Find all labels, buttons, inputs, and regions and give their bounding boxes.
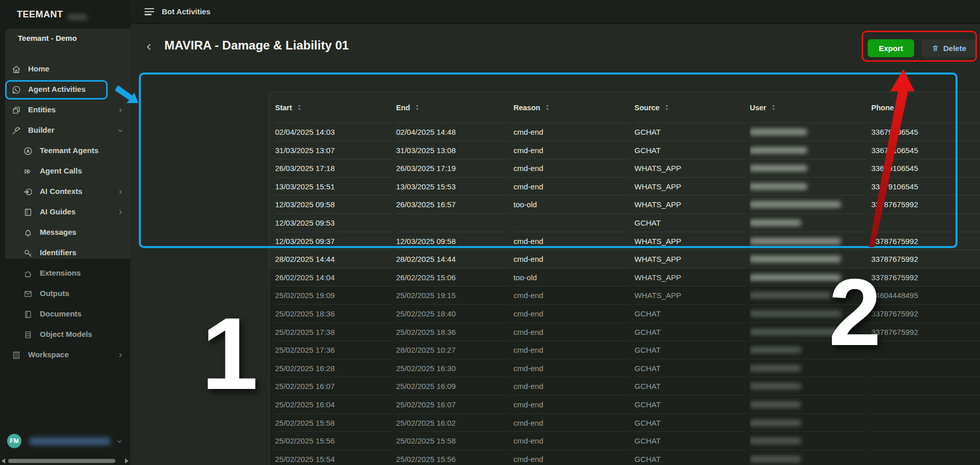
cell-source: WHATS_APP (634, 268, 746, 287)
table-row[interactable]: 26/02/2025 14:0426/02/2025 15:06too-oldW… (270, 268, 980, 287)
column-header-phone[interactable]: Phone (871, 92, 980, 123)
cell-end: 25/02/2025 16:09 (396, 377, 509, 396)
cell-user (750, 323, 867, 341)
scroll-left-arrow[interactable] (2, 458, 5, 463)
sidebar-item-messages[interactable]: Messages (5, 223, 130, 243)
cell-user (750, 305, 867, 323)
column-header-start[interactable]: Start (275, 92, 392, 123)
sidebar-item-object-models[interactable]: Object Models (5, 325, 130, 345)
cell-start: 13/03/2025 15:51 (275, 178, 392, 196)
sidebar-item-label: Messages (40, 228, 77, 236)
cell-start: 25/02/2025 16:07 (275, 377, 392, 396)
table-row[interactable]: 28/02/2025 14:4428/02/2025 14:44cmd-endW… (270, 250, 980, 268)
sidebar-item-label: Identifiers (40, 248, 77, 257)
builder-icon (11, 126, 21, 136)
cell-user (750, 359, 867, 378)
table-row[interactable]: 02/04/2025 14:0302/04/2025 14:48cmd-endG… (270, 123, 980, 141)
column-header-reason[interactable]: Reason (513, 92, 630, 123)
export-button[interactable]: Export (868, 39, 914, 57)
sidebar-item-label: Object Models (40, 330, 92, 338)
app-window: TEEMANT Teemant - Demo HomeAgent Activit… (0, 0, 980, 465)
table-row[interactable]: 31/03/2025 13:0731/03/2025 13:08cmd-endG… (270, 141, 980, 160)
scroll-right-arrow[interactable] (125, 458, 129, 463)
cell-source: GCHAT (634, 432, 746, 450)
sidebar-item-home[interactable]: Home (5, 59, 130, 80)
scrollbar-thumb[interactable] (8, 459, 115, 463)
sidebar-item-workspace[interactable]: Workspace (5, 345, 130, 365)
table-row[interactable]: 25/02/2025 15:5625/02/2025 15:58cmd-endG… (270, 432, 980, 450)
sidebar-horizontal-scrollbar[interactable] (0, 458, 130, 464)
back-button[interactable] (144, 41, 154, 53)
table-row[interactable]: 25/02/2025 16:0725/02/2025 16:09cmd-endG… (270, 377, 980, 396)
sidebar-item-documents[interactable]: Documents (5, 304, 130, 325)
whatsapp-icon (11, 85, 21, 95)
cell-end: 25/02/2025 16:07 (396, 396, 509, 414)
user-redacted (750, 129, 807, 135)
table-row[interactable]: 25/02/2025 19:0925/02/2025 19:15cmd-endW… (270, 286, 980, 305)
column-header-source[interactable]: Source (634, 92, 746, 123)
sidebar-item-builder[interactable]: Builder (5, 120, 130, 141)
table-row[interactable]: 12/03/2025 09:53GCHATmvf@mikevictorfox.c… (270, 214, 980, 232)
cell-user (750, 450, 867, 465)
table-row[interactable]: 26/03/2025 17:1826/03/2025 17:19cmd-endW… (270, 159, 980, 178)
table-row[interactable]: 25/02/2025 16:2825/02/2025 16:30cmd-endG… (270, 359, 980, 378)
sidebar-item-extensions[interactable]: Extensions (5, 263, 130, 284)
table-row[interactable]: 25/02/2025 15:5825/02/2025 16:02cmd-endG… (270, 414, 980, 432)
sidebar-user-menu[interactable]: FM (0, 432, 130, 454)
table-row[interactable]: 25/02/2025 15:5425/02/2025 15:56cmd-endG… (270, 450, 980, 465)
column-header-label: Reason (513, 104, 540, 112)
cell-user (750, 214, 867, 232)
column-header-end[interactable]: End (396, 92, 509, 123)
cell-end: 26/02/2025 15:06 (396, 268, 509, 287)
table-row[interactable]: 13/03/2025 15:5113/03/2025 15:53cmd-endW… (270, 178, 980, 196)
cell-start: 31/03/2025 13:07 (275, 141, 392, 160)
cell-reason: cmd-end (513, 286, 630, 305)
sidebar-item-agent-calls[interactable]: Agent Calls (5, 161, 130, 182)
sidebar-item-label: Extensions (40, 268, 81, 277)
sidebar-item-ai-contexts[interactable]: AI Contexts (5, 182, 130, 202)
chevron-right-icon (117, 352, 124, 359)
column-header-label: Source (634, 104, 659, 112)
agents-icon (23, 146, 33, 156)
table-row[interactable]: 25/02/2025 17:3628/02/2025 10:27cmd-endG… (270, 341, 980, 359)
delete-button[interactable]: Delete (921, 39, 976, 57)
cell-user (750, 414, 867, 432)
outputs-icon (23, 289, 33, 299)
hamburger-menu-icon[interactable] (144, 8, 154, 15)
cell-source: WHATS_APP (634, 178, 746, 196)
sidebar-item-label: Builder (28, 126, 55, 134)
sidebar-item-agent-activities[interactable]: Agent Activities (5, 80, 130, 100)
sidebar-item-ai-guides[interactable]: AI Guides (5, 202, 130, 223)
cell-phone: 33679106545 (871, 159, 980, 178)
cell-user (750, 286, 867, 305)
cell-reason: cmd-end (513, 123, 630, 141)
cell-start: 25/02/2025 16:28 (275, 359, 392, 378)
cell-phone: 33787675992 (871, 323, 980, 341)
sidebar-item-entities[interactable]: Entities (5, 100, 130, 120)
cell-source: GCHAT (634, 359, 746, 378)
sidebar-item-outputs[interactable]: Outputs (5, 284, 130, 304)
logo-redacted-text (68, 14, 87, 20)
cell-source: GCHAT (634, 377, 746, 396)
cell-source: GCHAT (634, 214, 746, 232)
cell-reason: cmd-end (513, 323, 630, 341)
cell-source: WHATS_APP (634, 286, 746, 305)
cell-phone: 33787675992 (871, 250, 980, 268)
cell-phone: 33787675992 (871, 232, 980, 251)
cell-end: 25/02/2025 18:36 (396, 323, 509, 341)
cell-source: WHATS_APP (634, 250, 746, 268)
cell-start: 25/02/2025 15:56 (275, 432, 392, 450)
sidebar-item-teemant-agents[interactable]: Teemant Agents (5, 141, 130, 161)
table-row[interactable]: 25/02/2025 18:3625/02/2025 18:40cmd-endG… (270, 305, 980, 323)
sidebar-item-identifiers[interactable]: Identifiers (5, 243, 130, 263)
cell-start: 25/02/2025 15:54 (275, 450, 392, 465)
column-header-user[interactable]: User (750, 92, 867, 123)
table-row[interactable]: 12/03/2025 09:5826/03/2025 16:57too-oldW… (270, 195, 980, 214)
cell-start: 25/02/2025 17:36 (275, 341, 392, 359)
column-header-label: Start (275, 104, 292, 112)
sort-icon (297, 104, 302, 111)
sidebar-item-label: Home (28, 64, 50, 73)
table-row[interactable]: 25/02/2025 17:3825/02/2025 18:36cmd-endG… (270, 323, 980, 341)
table-row[interactable]: 12/03/2025 09:3712/03/2025 09:58cmd-endW… (270, 232, 980, 251)
table-row[interactable]: 25/02/2025 16:0425/02/2025 16:07cmd-endG… (270, 396, 980, 414)
